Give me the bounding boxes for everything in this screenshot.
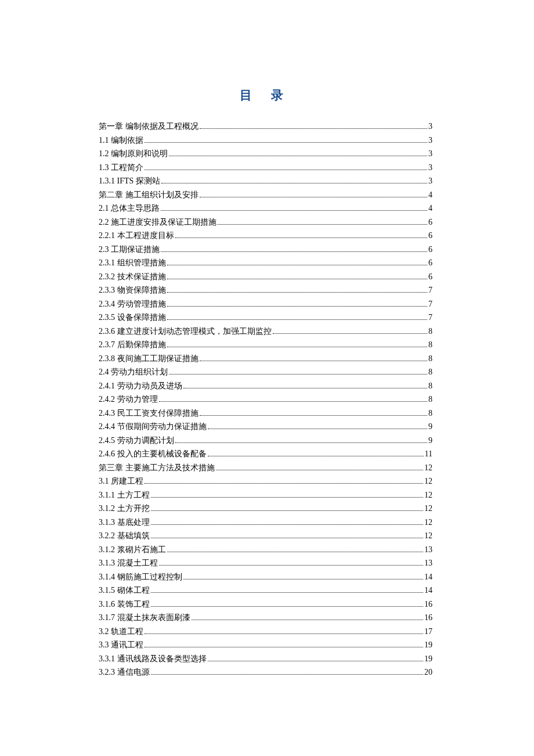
toc-entry-page: 3	[428, 161, 432, 175]
toc-entry-label: 2.3.4 劳动管理措施	[99, 297, 166, 311]
toc-entry: 3.2.2 基础填筑12	[99, 529, 432, 543]
toc-entry-page: 17	[424, 625, 432, 639]
toc-entry-label: 2.4.3 民工工资支付保障措施	[99, 406, 199, 420]
toc-entry: 第一章 编制依据及工程概况3	[99, 120, 432, 134]
toc-leader-dots	[208, 456, 424, 456]
toc-entry-label: 3.1.7 混凝土抹灰表面刷漆	[99, 611, 190, 625]
toc-entry-label: 3.2.2 基础填筑	[99, 529, 150, 543]
toc-entry-label: 2.3.6 建立进度计划动态管理模式，加强工期监控	[99, 325, 272, 339]
toc-entry: 3.1.2 土方开挖 12	[99, 502, 432, 516]
toc-entry-page: 12	[424, 461, 432, 475]
toc-entry-page: 6	[428, 215, 432, 229]
toc-entry-label: 2.4.1 劳动力动员及进场	[99, 379, 182, 393]
toc-entry-page: 13	[424, 556, 432, 570]
toc-leader-dots	[273, 333, 428, 334]
toc-entry-page: 8	[428, 338, 432, 352]
toc-entry-label: 2.1 总体主导思路	[99, 201, 160, 215]
toc-leader-dots	[167, 292, 428, 293]
toc-entry: 3.1.1 土方工程12	[99, 488, 432, 502]
toc-leader-dots	[183, 579, 424, 579]
toc-entry-page: 12	[424, 502, 432, 516]
toc-leader-dots	[151, 606, 424, 607]
toc-leader-dots	[218, 224, 427, 225]
toc-leader-dots	[175, 237, 428, 238]
toc-entry: 2.3.6 建立进度计划动态管理模式，加强工期监控8	[99, 325, 432, 339]
toc-entry-page: 8	[428, 379, 432, 393]
toc-entry-page: 6	[428, 243, 432, 257]
toc-entry: 1.2 编制原则和说明3	[99, 147, 432, 161]
toc-leader-dots	[151, 510, 424, 511]
toc-leader-dots	[161, 251, 427, 252]
toc-entry-page: 14	[424, 570, 432, 584]
toc-leader-dots	[216, 470, 424, 470]
toc-entry-label: 1.3.1 IFTS 探测站	[99, 174, 160, 188]
toc-entry: 第二章 施工组织计划及安排4	[99, 188, 432, 202]
toc-entry-page: 20	[424, 665, 432, 679]
toc-leader-dots	[145, 142, 427, 143]
toc-entry: 2.3.5 设备保障措施7	[99, 311, 432, 325]
toc-entry-page: 7	[428, 311, 432, 325]
toc-entry: 2.4.2 劳动力管理8	[99, 393, 432, 406]
toc-entry: 2.3.7 后勤保障措施8	[99, 338, 432, 352]
toc-leader-dots	[167, 265, 428, 265]
toc-entry-label: 第二章 施工组织计划及安排	[99, 188, 199, 202]
toc-entry-page: 3	[428, 174, 432, 188]
toc-entry-page: 12	[424, 529, 432, 543]
toc-entry-page: 19	[424, 638, 432, 652]
toc-entry-page: 7	[428, 297, 432, 311]
toc-leader-dots	[169, 156, 427, 156]
toc-entry-label: 1.3 工程简介	[99, 161, 143, 175]
toc-leader-dots	[151, 674, 424, 675]
toc-entry-page: 8	[428, 352, 432, 366]
toc-entry-label: 3.1.6 装饰工程	[99, 597, 150, 611]
toc-entry-page: 12	[424, 488, 432, 502]
toc-entry-label: 2.3.5 设备保障措施	[99, 311, 166, 325]
toc-entry: 2.4.3 民工工资支付保障措施8	[99, 406, 432, 420]
toc-entry-page: 6	[428, 229, 432, 243]
toc-entry-page: 12	[424, 516, 432, 530]
toc-entry-label: 2.4.4 节假期间劳动力保证措施	[99, 420, 207, 434]
toc-entry-label: 2.2 施工进度安排及保证工期措施	[99, 215, 217, 229]
toc-entry-page: 6	[428, 270, 432, 284]
toc-entry-page: 16	[424, 611, 432, 625]
toc-entry-page: 12	[424, 474, 432, 488]
toc-entry: 2.3.2 技术保证措施6	[99, 270, 432, 284]
toc-entry-label: 1.2 编制原则和说明	[99, 147, 168, 161]
toc-leader-dots	[145, 483, 423, 484]
toc-entry: 1.3 工程简介3	[99, 161, 432, 175]
toc-entry-label: 2.3.7 后勤保障措施	[99, 338, 166, 352]
toc-entry-page: 3	[428, 134, 432, 147]
toc-entry: 3.1.2 浆砌片石施工13	[99, 543, 432, 557]
toc-entry-page: 8	[428, 365, 432, 379]
toc-leader-dots	[167, 279, 428, 279]
toc-entry-label: 3.1.3 基底处理	[99, 516, 150, 530]
toc-entry: 2.2 施工进度安排及保证工期措施6	[99, 215, 432, 229]
toc-entry-page: 8	[428, 393, 432, 406]
toc-entry-label: 3.1.5 砌体工程	[99, 584, 150, 597]
toc-title: 目 录	[99, 87, 432, 103]
toc-entry: 2.4.1 劳动力动员及进场8	[99, 379, 432, 393]
toc-entry-label: 3.1.1 土方工程	[99, 488, 150, 502]
toc-entry-label: 2.4.2 劳动力管理	[99, 393, 158, 406]
toc-entry: 1.3.1 IFTS 探测站3	[99, 174, 432, 188]
toc-leader-dots	[167, 306, 428, 307]
toc-entry-page: 8	[428, 406, 432, 420]
toc-entry: 2.3.4 劳动管理措施7	[99, 297, 432, 311]
toc-entry-label: 2.3 工期保证措施	[99, 243, 160, 257]
toc-entry: 3.1.3 基底处理12	[99, 516, 432, 530]
toc-entry-page: 9	[428, 434, 432, 448]
toc-leader-dots	[159, 401, 428, 402]
toc-entry: 2.3.8 夜间施工工期保证措施8	[99, 352, 432, 366]
toc-entry-label: 3.2 轨道工程	[99, 625, 143, 639]
toc-entry: 3.1.3 混凝土工程13	[99, 556, 432, 570]
toc-entry: 3.2.3 通信电源 20	[99, 665, 432, 679]
toc-entry-page: 11	[425, 447, 432, 461]
toc-leader-dots	[183, 388, 428, 388]
toc-entry-page: 7	[428, 283, 432, 297]
toc-entry: 3.1.4 钢筋施工过程控制14	[99, 570, 432, 584]
toc-entry-label: 2.3.8 夜间施工工期保证措施	[99, 352, 199, 366]
toc-leader-dots	[208, 661, 424, 661]
toc-entry: 2.4.6 投入的主要机械设备配备11	[99, 447, 432, 461]
toc-entry-label: 2.4.6 投入的主要机械设备配备	[99, 447, 207, 461]
toc-entry-label: 2.2.1 本工程进度目标	[99, 229, 174, 243]
